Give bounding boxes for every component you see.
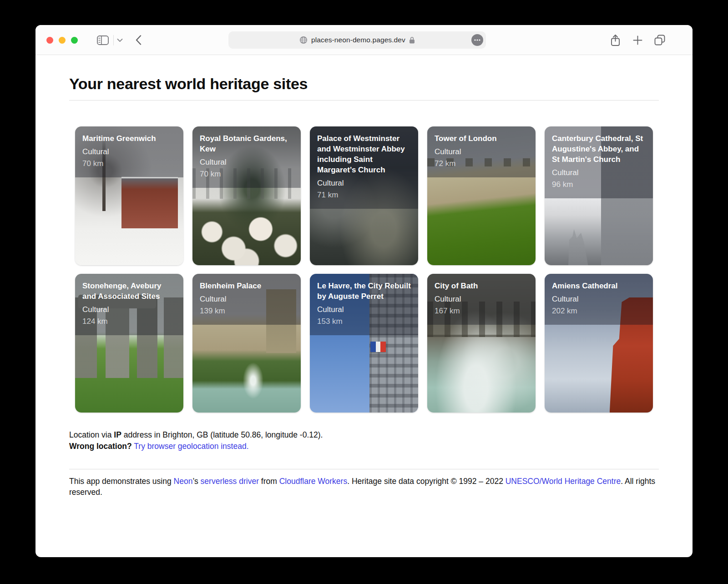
heritage-card-canterbury[interactable]: Canterbury Cathedral, St Augustine's Abb… — [545, 126, 653, 265]
browser-toolbar: places-neon-demo.pages.dev — [35, 25, 693, 55]
minimize-window-button[interactable] — [59, 37, 66, 44]
card-overlay: City of Bath Cultural 167 km — [427, 274, 536, 325]
card-overlay: Blenheim Palace Cultural 139 km — [192, 274, 301, 325]
close-window-button[interactable] — [46, 37, 53, 44]
tab-overview-button[interactable] — [653, 25, 667, 55]
heritage-card-maritime-greenwich[interactable]: Maritime Greenwich Cultural 70 km — [75, 126, 183, 265]
site-title: Le Havre, the City Rebuilt by Auguste Pe… — [317, 281, 411, 302]
site-title: Blenheim Palace — [200, 281, 293, 291]
site-category: Cultural — [200, 156, 293, 168]
url-text: places-neon-demo.pages.dev — [311, 36, 405, 44]
site-title: Stonehenge, Avebury and Associated Sites — [82, 281, 176, 302]
site-category: Cultural — [552, 293, 646, 305]
new-tab-button[interactable] — [632, 25, 643, 55]
site-distance: 139 km — [200, 305, 293, 317]
card-overlay: Maritime Greenwich Cultural 70 km — [75, 126, 183, 177]
card-overlay: Royal Botanic Gardens, Kew Cultural 70 k… — [192, 126, 301, 188]
card-overlay: Le Havre, the City Rebuilt by Auguste Pe… — [310, 274, 418, 335]
card-overlay: Stonehenge, Avebury and Associated Sites… — [75, 274, 183, 335]
card-overlay: Canterbury Cathedral, St Augustine's Abb… — [545, 126, 653, 198]
address-bar[interactable]: places-neon-demo.pages.dev — [228, 31, 486, 49]
card-overlay: Tower of London Cultural 72 km — [427, 126, 536, 177]
site-title: Palace of Westminster and Westminster Ab… — [317, 133, 411, 175]
heritage-card-tower-of-london[interactable]: Tower of London Cultural 72 km — [427, 126, 536, 265]
site-distance: 167 km — [435, 305, 528, 317]
site-category: Cultural — [435, 293, 528, 305]
back-button[interactable] — [133, 25, 143, 55]
site-category: Cultural — [317, 304, 411, 316]
page-title: Your nearest world heritage sites — [69, 75, 659, 93]
chevron-down-icon[interactable] — [116, 25, 124, 55]
card-overlay: Amiens Cathedral Cultural 202 km — [545, 274, 653, 325]
heritage-card-westminster[interactable]: Palace of Westminster and Westminster Ab… — [310, 126, 418, 265]
heritage-card-blenheim-palace[interactable]: Blenheim Palace Cultural 139 km — [192, 274, 301, 413]
card-overlay: Palace of Westminster and Westminster Ab… — [310, 126, 418, 209]
site-category: Cultural — [200, 293, 293, 305]
heritage-card-amiens-cathedral[interactable]: Amiens Cathedral Cultural 202 km — [545, 274, 653, 413]
site-title: Maritime Greenwich — [82, 133, 176, 144]
site-category: Cultural — [317, 177, 411, 189]
neon-link[interactable]: Neon — [174, 477, 193, 486]
unesco-link[interactable]: UNESCO/World Heritage Centre — [506, 477, 621, 486]
toolbar-divider — [113, 35, 114, 45]
heritage-card-grid: Maritime Greenwich Cultural 70 km Royal … — [69, 126, 659, 413]
heritage-card-kew-gardens[interactable]: Royal Botanic Gardens, Kew Cultural 70 k… — [192, 126, 301, 265]
heritage-card-city-of-bath[interactable]: City of Bath Cultural 167 km — [427, 274, 536, 413]
site-title: Amiens Cathedral — [552, 281, 646, 291]
page-settings-button[interactable] — [471, 34, 483, 46]
serverless-driver-link[interactable]: serverless driver — [201, 477, 259, 486]
site-distance: 124 km — [82, 316, 176, 327]
site-category: Cultural — [82, 146, 176, 158]
heading-divider — [69, 100, 659, 101]
cloudflare-workers-link[interactable]: Cloudflare Workers — [279, 477, 347, 486]
location-line-1: Location via IP address in Brighton, GB … — [69, 430, 323, 439]
site-distance: 70 km — [200, 168, 293, 180]
heritage-card-stonehenge[interactable]: Stonehenge, Avebury and Associated Sites… — [75, 274, 183, 413]
location-info: Location via IP address in Brighton, GB … — [69, 429, 659, 452]
heritage-card-le-havre[interactable]: Le Havre, the City Rebuilt by Auguste Pe… — [310, 274, 418, 413]
site-title: City of Bath — [435, 281, 528, 291]
geolocation-link[interactable]: Try browser geolocation instead. — [134, 442, 248, 451]
site-distance: 70 km — [82, 158, 176, 170]
site-distance: 96 km — [552, 179, 646, 191]
page-content: Your nearest world heritage sites Mariti… — [35, 75, 693, 498]
site-distance: 72 km — [435, 158, 528, 170]
footer-divider — [69, 469, 659, 469]
lock-icon — [409, 36, 415, 44]
site-title: Royal Botanic Gardens, Kew — [200, 133, 293, 154]
site-category: Cultural — [552, 167, 646, 179]
site-distance: 202 km — [552, 305, 646, 317]
site-title: Tower of London — [435, 133, 528, 144]
ellipsis-icon — [474, 39, 480, 41]
globe-icon — [299, 36, 308, 44]
browser-window: places-neon-demo.pages.dev — [35, 25, 693, 557]
window-controls — [46, 37, 78, 44]
site-category: Cultural — [435, 146, 528, 158]
site-category: Cultural — [82, 304, 176, 316]
sidebar-icon[interactable] — [96, 25, 110, 55]
zoom-window-button[interactable] — [71, 37, 78, 44]
site-title: Canterbury Cathedral, St Augustine's Abb… — [552, 133, 646, 165]
wrong-location-label: Wrong location? — [69, 442, 132, 451]
share-button[interactable] — [609, 25, 622, 55]
footer-credits: This app demonstrates using Neon’s serve… — [69, 476, 659, 498]
site-distance: 153 km — [317, 316, 411, 327]
site-distance: 71 km — [317, 189, 411, 201]
